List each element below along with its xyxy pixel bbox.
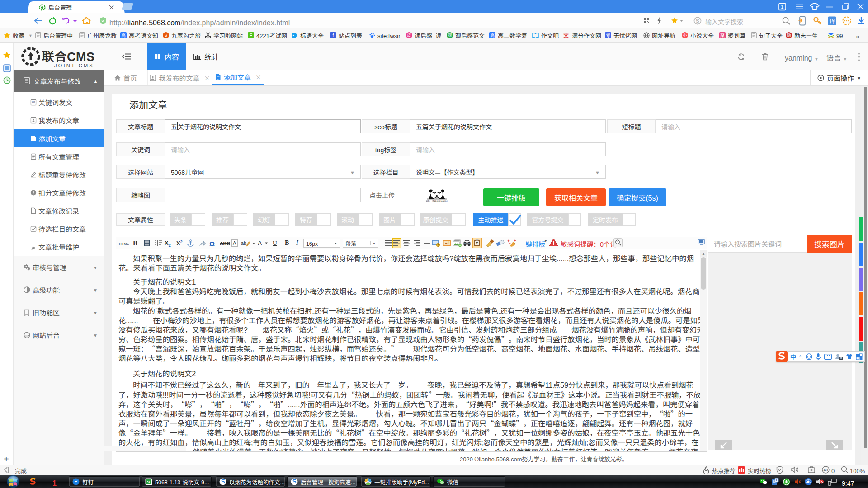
svg-text:T: T bbox=[476, 240, 478, 245]
svg-text:S: S bbox=[696, 17, 699, 24]
svg-text:20: 20 bbox=[840, 357, 843, 359]
svg-text:ab: ab bbox=[241, 239, 246, 246]
svg-text:A: A bbox=[258, 239, 262, 247]
svg-text:我脸，没戴你谁独独呦！: 我脸，没戴你谁独独呦！ bbox=[426, 200, 448, 202]
svg-text:A: A bbox=[233, 239, 236, 246]
svg-text:i: i bbox=[776, 478, 777, 482]
svg-text:译: 译 bbox=[830, 17, 835, 25]
svg-text:W: W bbox=[32, 99, 35, 104]
svg-text:AD: AD bbox=[823, 467, 828, 472]
svg-text:1: 1 bbox=[781, 3, 783, 10]
svg-text:S: S bbox=[147, 479, 150, 485]
